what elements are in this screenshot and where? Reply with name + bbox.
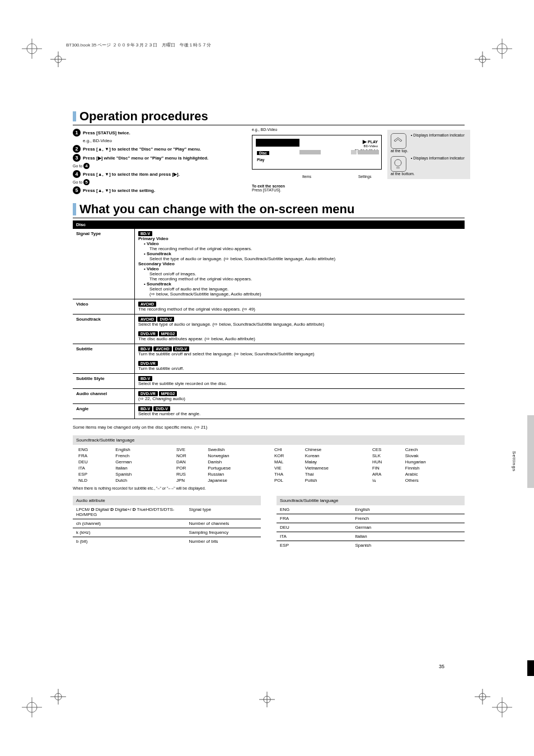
section-title: Operation procedures	[79, 109, 208, 123]
cropmark-bottom-right	[472, 678, 517, 722]
section-title: What you can change with the on-screen m…	[79, 202, 354, 216]
lang-table: ENGEnglishFRAFrenchDEUGermanITAItalianES…	[73, 445, 465, 485]
row-subtitle-style: Subtitle Style	[73, 373, 135, 388]
row-subtitle: Subtitle	[73, 344, 135, 373]
section-accent	[73, 111, 76, 121]
cropmark-bottom-left	[17, 678, 62, 722]
step-5-num: 5	[73, 186, 81, 194]
exit-how: Press [STATUS].	[252, 188, 281, 192]
step-1-num: 1	[73, 129, 81, 137]
page-number: 35	[439, 664, 444, 669]
exit-heading: To exit the screen	[252, 184, 285, 188]
step-3-text: Press [▶] while "Disc" menu or "Play" me…	[83, 156, 208, 161]
status-display-example: ▶ PLAY BD-Video T1 C1 0:05.14 Disc Play	[252, 135, 382, 170]
lang-header-2: Soundtrack/Subtitle language	[277, 496, 465, 505]
illustration-area: e.g., BD-Video ▶ PLAY BD-Video T1 C1 0:0…	[252, 128, 465, 192]
disc-note: Some items may be changed only on the di…	[73, 425, 465, 430]
side-tab	[527, 415, 534, 488]
cropmark-bottom-center	[257, 689, 277, 711]
registration-icon	[17, 34, 47, 64]
section-op-proc: Operation procedures 1Press [STATUS] twi…	[73, 109, 465, 194]
step-1-text: Press [STATUS] twice.	[83, 130, 130, 135]
step-4-text: Press [▲, ▼] to select the item and pres…	[83, 172, 180, 177]
step-2-num: 2	[73, 145, 81, 153]
row-audio-channel: Audio channel	[73, 388, 135, 403]
audio-attr-table: LPCM/ D Digital/ D Digital+/ D TrueHD/DT…	[73, 505, 261, 546]
cross-icon	[48, 49, 68, 69]
section-accent	[73, 203, 76, 215]
step-4-num: 4	[73, 170, 81, 178]
section-what-change: What you can change with the on-screen m…	[73, 202, 465, 550]
cropmark-top-right	[472, 34, 517, 78]
info-lamp-icon	[391, 156, 406, 172]
info-pointer-up-icon	[391, 133, 406, 149]
print-header: BT300.book 35 ページ ２００９年３月２３日 月曜日 午後１時５７分	[66, 42, 211, 48]
row-signal-type: Signal Type	[73, 229, 135, 299]
eg-label: e.g., BD-Video	[252, 128, 277, 132]
step-2-text: Press [▲, ▼] to select the "Disc" menu o…	[83, 147, 201, 152]
step-3-num: 3	[73, 154, 81, 162]
lang-table-2: ENGEnglishFRAFrenchDEUGermanITAItalianES…	[277, 505, 465, 550]
cropmark-top-left	[17, 34, 62, 78]
row-soundtrack: Soundtrack	[73, 314, 135, 344]
lang-note: When there is nothing recorded for subti…	[73, 486, 465, 490]
step-2-note: e.g., BD-Video	[83, 138, 252, 144]
side-tab-label: Settings	[512, 451, 517, 472]
svg-point-27	[395, 159, 401, 166]
disc-header: Disc	[73, 221, 465, 229]
row-angle: Angle	[73, 403, 135, 419]
lang-header: Soundtrack/Subtitle language	[73, 435, 465, 445]
disc-table: Disc Signal Type BD-V Primary Video • Vi…	[73, 220, 465, 424]
step-5-text: Press [▲, ▼] to select the setting.	[83, 188, 155, 193]
audio-attr-header: Audio attribute	[73, 496, 261, 505]
side-tab-marker	[527, 660, 534, 676]
row-video: Video	[73, 299, 135, 314]
